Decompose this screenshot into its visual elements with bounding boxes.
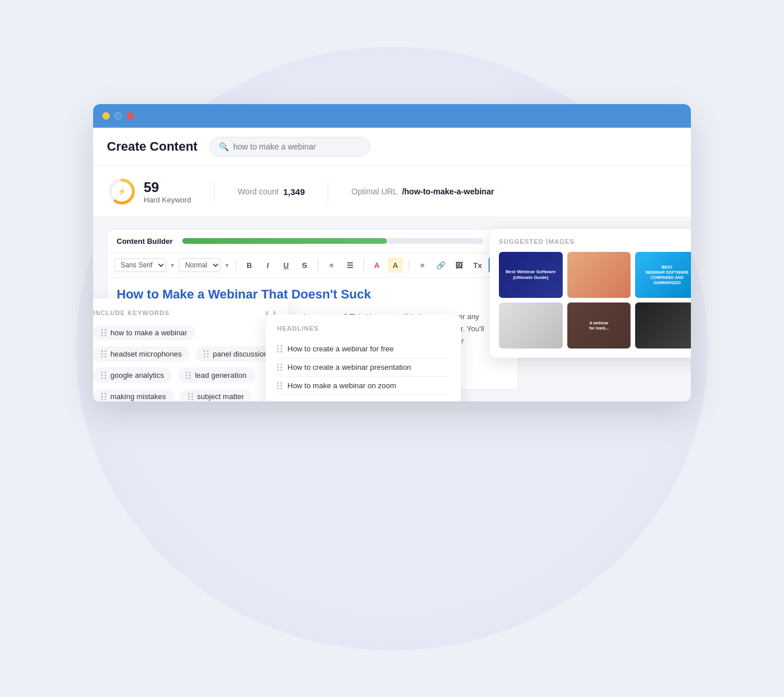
strikethrough-button[interactable]: S	[297, 258, 312, 273]
suggested-images-panel: SUGGESTED IMAGES Best Webinar Software(U…	[490, 229, 691, 358]
images-grid: Best Webinar Software(Ultimate Guide) BE…	[499, 252, 691, 348]
drag-icon	[277, 382, 283, 389]
suggested-image[interactable]	[567, 252, 631, 298]
bold-button[interactable]: B	[242, 258, 257, 273]
headline-item: Webinar for beginners	[277, 395, 359, 401]
drag-icon	[101, 329, 107, 336]
content-builder-label: Content Builder	[117, 237, 173, 246]
drag-icon	[186, 372, 191, 379]
word-count-stat: Word count 1,349	[237, 187, 305, 197]
ordered-list-button[interactable]: ≡	[324, 258, 339, 273]
stat-divider-1	[214, 180, 214, 203]
align-button[interactable]: ≡	[415, 258, 430, 273]
window-dot-red[interactable]	[114, 112, 122, 120]
keywords-panel: INCLUDE KEYWORDS ∨ ∧	[93, 298, 289, 401]
keyword-tag[interactable]: panel discussion	[195, 346, 276, 362]
drag-icon	[203, 350, 209, 358]
image-label	[528, 324, 533, 327]
keywords-row-3: google analytics lead generation	[93, 367, 277, 383]
toolbar-sep-3	[363, 259, 364, 271]
headlines-panel: HEADLINES How to create a webinar for fr…	[266, 315, 461, 401]
gauge-icon: ⚡	[107, 177, 137, 206]
highlight-button[interactable]: A	[388, 258, 403, 273]
drag-icon	[101, 350, 107, 358]
main-area: Content Builder 68% Sans Serif ▼ N	[93, 217, 691, 401]
keyword-tag[interactable]: how to make a webinar	[93, 325, 195, 340]
keyword-text: google analytics	[110, 371, 164, 380]
headline-item: How to make a webinar on zoom	[277, 377, 449, 395]
suggested-images-title: SUGGESTED IMAGES	[499, 238, 691, 245]
suggested-image[interactable]	[499, 302, 563, 348]
search-icon: 🔍	[219, 142, 229, 151]
browser-window: Create Content 🔍 how to make a webinar	[93, 104, 691, 401]
top-bar: Create Content 🔍 how to make a webinar	[93, 128, 691, 166]
underline-button[interactable]: U	[279, 258, 294, 273]
toolbar-arrow2-icon: ▼	[224, 262, 230, 269]
window-dot-green[interactable]	[126, 112, 134, 120]
window-dot-yellow[interactable]	[102, 112, 110, 120]
keyword-text: subject matter	[197, 392, 244, 401]
keywords-row-2: headset microphones panel discussion	[93, 346, 277, 362]
score-number: 59	[144, 179, 191, 196]
headline-text: How to create a webinar presentation	[287, 363, 411, 372]
headline-text: Webinar for beginners	[287, 400, 359, 401]
drag-icon	[101, 393, 107, 400]
browser-titlebar	[93, 104, 691, 128]
suggested-image[interactable]: Best Webinar Software(Ultimate Guide)	[499, 252, 563, 298]
url-stat: Optimal URL /how-to-make-a-webinar	[351, 187, 494, 196]
image-label: BESTWEBINAR SOFTWARECOMPARED AND SUMMARI…	[635, 262, 691, 288]
score-label: Hard Keyword	[144, 196, 191, 204]
keywords-grid: how to make a webinar headset microph	[93, 325, 277, 401]
drag-icon	[101, 372, 107, 379]
drag-icon	[188, 393, 194, 400]
keyword-tag[interactable]: headset microphones	[93, 346, 190, 362]
headline-text: How to make a webinar on zoom	[287, 381, 396, 390]
keyword-tag[interactable]: lead generation	[178, 367, 255, 383]
suggested-image[interactable]	[635, 302, 691, 348]
image-label	[597, 274, 601, 276]
link-button[interactable]: 🔗	[433, 258, 448, 273]
unordered-list-button[interactable]: ☰	[343, 258, 358, 273]
keyword-text: lead generation	[195, 371, 247, 380]
keyword-tag[interactable]: google analytics	[93, 367, 172, 383]
toolbar-arrow-icon: ▼	[170, 262, 175, 269]
headline-pair-1: Webinar for beginners Webinar software	[277, 395, 449, 401]
stat-divider-2	[328, 180, 328, 203]
keyword-text: panel discussion	[213, 350, 268, 358]
word-count-label: Word count	[237, 187, 278, 196]
headline-item: How to create a webinar presentation	[277, 358, 449, 377]
keyword-tag[interactable]: subject matter	[180, 389, 252, 401]
keyword-text: headset microphones	[110, 350, 182, 358]
toolbar-sep-4	[409, 259, 409, 271]
image-label: A webinarfor mark...	[587, 319, 611, 332]
keyword-text: making mistakes	[110, 392, 166, 401]
url-label: Optimal URL	[351, 187, 397, 196]
progress-bar-fill	[182, 238, 387, 244]
score-info: 59 Hard Keyword	[144, 179, 191, 204]
font-color-button[interactable]: A	[370, 258, 385, 273]
page-title: Create Content	[107, 139, 198, 154]
image-label	[665, 324, 670, 327]
clear-format-button[interactable]: Tx	[470, 258, 485, 273]
keywords-row-4: making mistakes subject matter	[93, 389, 277, 401]
headline-text: How to create a webinar for free	[287, 344, 394, 353]
italic-button[interactable]: I	[260, 258, 275, 273]
content-builder-bar: Content Builder 68%	[107, 229, 518, 253]
stats-bar: ⚡ 59 Hard Keyword Word count 1,349 Optim…	[93, 166, 691, 217]
headline-item: Webinar software	[368, 395, 449, 401]
word-count-value: 1,349	[283, 187, 305, 197]
progress-bar-container	[182, 238, 483, 244]
font-family-select[interactable]: Sans Serif	[114, 258, 166, 272]
suggested-image[interactable]: A webinarfor mark...	[567, 302, 631, 348]
drag-icon	[277, 345, 283, 353]
suggested-image[interactable]: BESTWEBINAR SOFTWARECOMPARED AND SUMMARI…	[635, 252, 691, 298]
headlines-title: HEADLINES	[277, 325, 449, 332]
score-widget: ⚡ 59 Hard Keyword	[107, 177, 191, 206]
search-input[interactable]: how to make a webinar	[233, 142, 348, 151]
keyword-tag[interactable]: making mistakes	[93, 389, 174, 401]
svg-text:⚡: ⚡	[118, 187, 126, 196]
image-button[interactable]: 🖼	[452, 258, 467, 273]
drag-icon	[277, 363, 283, 371]
font-style-select[interactable]: Normal	[179, 258, 221, 272]
keywords-title: INCLUDE KEYWORDS	[93, 309, 170, 316]
